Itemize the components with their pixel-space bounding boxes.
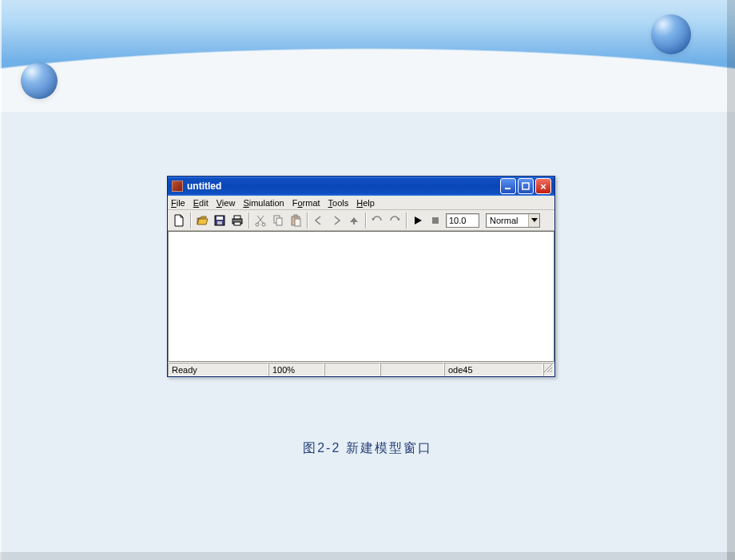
toolbar-separator bbox=[248, 212, 249, 228]
menu-file[interactable]: File bbox=[171, 198, 185, 208]
toolbar-separator bbox=[365, 212, 366, 228]
decorative-sphere-left bbox=[21, 62, 58, 99]
menu-help[interactable]: Help bbox=[356, 198, 375, 208]
start-simulation-button[interactable] bbox=[409, 212, 427, 229]
slide-highlight-left bbox=[0, 0, 2, 560]
background-wave-cut bbox=[0, 32, 735, 112]
menu-simulation[interactable]: Simulation bbox=[243, 198, 284, 208]
titlebar[interactable]: untitled × bbox=[168, 177, 554, 196]
status-pane-3 bbox=[324, 363, 380, 376]
model-canvas[interactable] bbox=[168, 231, 554, 362]
maximize-button[interactable] bbox=[518, 178, 534, 194]
svg-rect-7 bbox=[234, 222, 240, 225]
paste-button[interactable] bbox=[287, 212, 304, 229]
svg-rect-0 bbox=[505, 188, 511, 189]
undo-icon bbox=[371, 215, 383, 226]
stop-icon bbox=[431, 216, 440, 225]
copy-icon bbox=[272, 214, 284, 227]
menubar: File Edit View Simulation Format Tools H… bbox=[168, 196, 554, 210]
new-file-icon bbox=[173, 214, 185, 227]
stop-simulation-button[interactable] bbox=[427, 212, 444, 229]
stop-time-input[interactable] bbox=[446, 213, 479, 228]
minimize-icon bbox=[504, 182, 512, 190]
paste-icon bbox=[289, 214, 302, 227]
menu-format[interactable]: Format bbox=[292, 198, 320, 208]
svg-rect-13 bbox=[294, 215, 297, 217]
svg-rect-4 bbox=[217, 221, 222, 224]
play-icon bbox=[413, 216, 423, 225]
figure-caption: 图2-2 新建模型窗口 bbox=[0, 440, 735, 457]
resize-grip[interactable] bbox=[543, 363, 554, 376]
svg-rect-15 bbox=[432, 217, 439, 224]
svg-rect-11 bbox=[276, 218, 282, 225]
save-floppy-icon bbox=[213, 214, 226, 227]
cut-button[interactable] bbox=[252, 212, 269, 229]
forward-button[interactable] bbox=[328, 212, 345, 229]
redo-button[interactable] bbox=[386, 212, 403, 229]
maximize-icon bbox=[522, 182, 530, 190]
status-state-pane: Ready bbox=[168, 363, 268, 376]
svg-rect-1 bbox=[522, 183, 529, 189]
close-button[interactable]: × bbox=[535, 178, 551, 194]
svg-rect-3 bbox=[217, 216, 223, 220]
minimize-button[interactable] bbox=[500, 178, 516, 194]
toolbar-separator bbox=[307, 212, 308, 228]
undo-button[interactable] bbox=[368, 212, 386, 229]
window-title: untitled bbox=[187, 181, 499, 192]
toolbar-separator bbox=[190, 212, 191, 228]
statusbar: Ready 100% ode45 bbox=[168, 362, 554, 376]
decorative-sphere-right bbox=[651, 14, 691, 54]
toolbar: Normal bbox=[168, 210, 554, 231]
simulation-mode-value: Normal bbox=[490, 216, 518, 225]
open-folder-icon bbox=[196, 214, 209, 227]
menu-tools[interactable]: Tools bbox=[328, 198, 349, 208]
arrow-right-icon bbox=[331, 215, 342, 226]
slide-shadow-right bbox=[727, 0, 735, 560]
svg-rect-14 bbox=[295, 219, 300, 226]
status-zoom-pane: 100% bbox=[268, 363, 324, 376]
new-button[interactable] bbox=[170, 212, 188, 229]
open-button[interactable] bbox=[193, 212, 211, 229]
status-pane-4 bbox=[380, 363, 444, 376]
menu-edit[interactable]: Edit bbox=[193, 198, 209, 208]
dropdown-arrow-icon bbox=[528, 214, 539, 227]
simulation-mode-select[interactable]: Normal bbox=[486, 213, 540, 228]
copy-button[interactable] bbox=[269, 212, 287, 229]
cut-icon bbox=[254, 214, 267, 227]
menu-view[interactable]: View bbox=[217, 198, 236, 208]
redo-icon bbox=[388, 215, 401, 226]
close-icon: × bbox=[540, 181, 546, 193]
arrow-left-icon bbox=[313, 215, 324, 226]
toolbar-separator bbox=[406, 212, 407, 228]
app-icon bbox=[172, 181, 183, 192]
status-solver-pane: ode45 bbox=[444, 363, 543, 376]
arrow-up-icon bbox=[348, 215, 360, 226]
save-button[interactable] bbox=[211, 212, 228, 229]
print-icon bbox=[231, 214, 244, 227]
slide-shadow-bottom bbox=[0, 552, 735, 560]
grip-icon bbox=[542, 362, 553, 375]
up-button[interactable] bbox=[345, 212, 363, 229]
back-button[interactable] bbox=[310, 212, 328, 229]
svg-rect-6 bbox=[234, 216, 240, 219]
print-button[interactable] bbox=[228, 212, 246, 229]
app-window: untitled × File Edit View Simulation For… bbox=[167, 176, 555, 377]
